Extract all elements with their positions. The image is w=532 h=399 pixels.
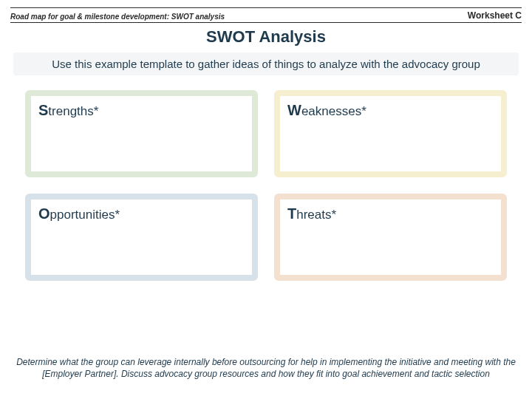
swot-threats-box: Threats* [274, 194, 507, 281]
instruction-bar: Use this example template to gather idea… [13, 52, 519, 75]
swot-weaknesses-cap: W [287, 102, 301, 118]
page-title: SWOT Analysis [10, 27, 522, 47]
swot-grid: Strengths* Weaknesses* Opportunities* Th… [10, 90, 522, 281]
swot-threats-label: Threats* [280, 205, 501, 222]
worksheet-page: Road map for goal & milestone developmen… [0, 0, 532, 399]
swot-strengths-box: Strengths* [25, 90, 258, 177]
swot-threats-rest: hreats* [296, 208, 336, 222]
swot-opportunities-label: Opportunities* [31, 205, 252, 222]
header-row: Road map for goal & milestone developmen… [10, 7, 522, 23]
swot-weaknesses-rest: eaknesses* [301, 104, 366, 118]
swot-opportunities-box: Opportunities* [25, 194, 258, 281]
swot-strengths-label: Strengths* [31, 102, 252, 119]
footnote: Determine what the group can leverage in… [16, 356, 516, 380]
swot-opportunities-rest: pportunities* [50, 208, 120, 222]
swot-opportunities-cap: O [38, 205, 50, 222]
breadcrumb: Road map for goal & milestone developmen… [10, 13, 225, 21]
swot-weaknesses-label: Weaknesses* [280, 102, 501, 119]
swot-weaknesses-box: Weaknesses* [274, 90, 507, 177]
swot-threats-cap: T [287, 205, 296, 222]
swot-strengths-cap: S [38, 102, 48, 118]
worksheet-label: Worksheet C [468, 10, 522, 21]
swot-strengths-rest: trengths* [48, 104, 98, 118]
